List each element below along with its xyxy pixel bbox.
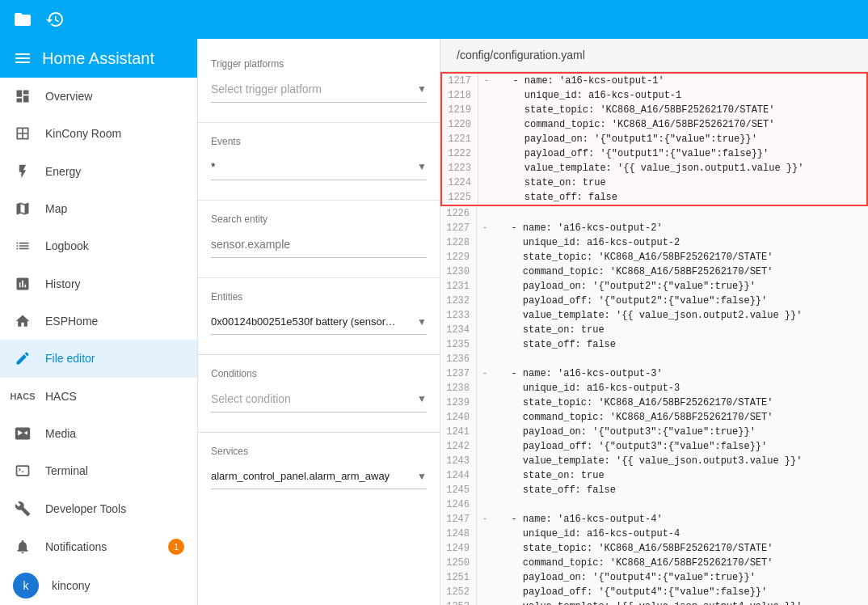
line-number: 1245 <box>440 483 477 497</box>
search-entity-input[interactable] <box>211 231 427 258</box>
line-number: 1238 <box>440 381 477 396</box>
sidebar-item-media[interactable]: Media <box>0 415 197 452</box>
code-line[interactable]: 1240 command_topic: 'KC868_A16/58BF25262… <box>440 410 868 425</box>
line-number: 1249 <box>440 541 477 556</box>
line-content: state_topic: 'KC868_A16/58BF25262170/STA… <box>493 250 773 264</box>
line-content: command_topic: 'KC868_A16/58BF25262170/S… <box>493 556 773 570</box>
sidebar-label-kincony: KinCony Room <box>45 127 121 140</box>
services-select[interactable]: alarm_control_panel.alarm_arm_away ▼ <box>211 463 427 489</box>
code-line[interactable]: 1252 payload_off: '{"output4":{"value":f… <box>440 585 868 599</box>
trigger-select-arrow: ▼ <box>417 83 427 95</box>
conditions-select-arrow: ▼ <box>417 393 427 404</box>
line-gutter <box>477 396 493 410</box>
code-line[interactable]: 1246 <box>440 497 868 512</box>
line-content: - name: 'a16-kcs-output-2' <box>493 221 663 235</box>
line-number: 1242 <box>440 439 477 454</box>
code-line[interactable]: 1237- - name: 'a16-kcs-output-3' <box>440 366 868 381</box>
code-line[interactable]: 1223 value_template: '{{ value_json.outp… <box>440 161 868 176</box>
sidebar-label-developer-tools: Developer Tools <box>45 502 126 515</box>
code-line[interactable]: 1230 command_topic: 'KC868_A16/58BF25262… <box>440 264 868 279</box>
code-header: /config/configuration.yaml <box>440 39 868 72</box>
line-content: state_on: true <box>495 176 606 190</box>
energy-icon <box>13 162 32 181</box>
trigger-label: Trigger platforms <box>211 58 427 70</box>
code-line[interactable]: 1219 state_topic: 'KC868_A16/58BF2526217… <box>440 103 868 117</box>
code-line[interactable]: 1233 value_template: '{{ value_json.outp… <box>440 308 868 323</box>
code-line[interactable]: 1229 state_topic: 'KC868_A16/58BF2526217… <box>440 250 868 264</box>
code-line[interactable]: 1235 state_off: false <box>440 337 868 352</box>
code-line[interactable]: 1239 state_topic: 'KC868_A16/58BF2526217… <box>440 396 868 410</box>
line-gutter: - <box>477 221 493 235</box>
line-number: 1222 <box>442 146 478 161</box>
sidebar-label-hacs: HACS <box>45 390 77 403</box>
code-line[interactable]: 1234 state_on: true <box>440 323 868 337</box>
sidebar-item-esphome[interactable]: ESPHome <box>0 302 197 340</box>
sidebar-item-logbook[interactable]: Logbook <box>0 227 197 264</box>
code-line[interactable]: 1242 payload_off: '{"output3":{"value":f… <box>440 439 868 454</box>
history-icon[interactable] <box>45 10 65 29</box>
line-gutter <box>477 294 493 308</box>
code-line[interactable]: 1253 value_template: '{{ value_json.outp… <box>440 599 868 605</box>
sidebar-label-logbook: Logbook <box>45 239 89 252</box>
divider-3 <box>198 277 440 278</box>
code-line[interactable]: 1228 unique_id: a16-kcs-output-2 <box>440 235 868 250</box>
sidebar-item-kincony-room[interactable]: KinCony Room <box>0 115 197 152</box>
code-line[interactable]: 1224 state_on: true <box>440 176 868 190</box>
code-line[interactable]: 1226 <box>440 206 868 221</box>
code-panel: /config/configuration.yaml 1217- - name:… <box>440 39 868 605</box>
line-number: 1253 <box>440 599 477 605</box>
code-line[interactable]: 1249 state_topic: 'KC868_A16/58BF2526217… <box>440 541 868 556</box>
line-number: 1252 <box>440 585 477 599</box>
code-line[interactable]: 1232 payload_off: '{"output2":{"value":f… <box>440 294 868 308</box>
line-number: 1241 <box>440 425 477 439</box>
code-line[interactable]: 1238 unique_id: a16-kcs-output-3 <box>440 381 868 396</box>
code-line[interactable]: 1250 command_topic: 'KC868_A16/58BF25262… <box>440 556 868 570</box>
line-gutter <box>477 250 493 264</box>
folder-icon[interactable] <box>13 10 32 29</box>
code-line[interactable]: 1244 state_on: true <box>440 468 868 483</box>
services-label: Services <box>211 446 427 457</box>
code-line[interactable]: 1222 payload_off: '{"output1":{"value":f… <box>440 146 868 161</box>
code-line[interactable]: 1231 payload_on: '{"output2":{"value":tr… <box>440 279 868 294</box>
line-gutter <box>477 468 493 483</box>
code-line[interactable]: 1218 unique_id: a16-kcs-output-1 <box>440 88 868 103</box>
line-content: state_off: false <box>495 190 617 205</box>
code-line[interactable]: 1251 payload_on: '{"output4":{"value":tr… <box>440 570 868 585</box>
entities-select[interactable]: 0x00124b00251e530f battery (sensor.0... … <box>211 309 427 335</box>
code-body[interactable]: 1217- - name: 'a16-kcs-output-1'1218 uni… <box>440 72 868 605</box>
code-line[interactable]: 1217- - name: 'a16-kcs-output-1' <box>440 72 868 88</box>
code-line[interactable]: 1221 payload_on: '{"output1":{"value":tr… <box>440 132 868 146</box>
line-content: value_template: '{{ value_json.output1.v… <box>495 161 803 176</box>
sidebar-item-history[interactable]: History <box>0 265 197 302</box>
code-line[interactable]: 1241 payload_on: '{"output3":{"value":tr… <box>440 425 868 439</box>
trigger-select[interactable]: Select trigger platform ▼ <box>211 76 427 103</box>
sidebar-item-user[interactable]: k kincony <box>0 566 197 605</box>
line-content: value_template: '{{ value_json.output4.v… <box>493 599 802 605</box>
entities-section: Entities 0x00124b00251e530f battery (sen… <box>211 291 427 335</box>
sidebar-label-file-editor: File editor <box>45 352 95 365</box>
code-line[interactable]: 1225 state_off: false <box>440 190 868 206</box>
notifications-icon <box>13 537 32 556</box>
sidebar-item-terminal[interactable]: Terminal <box>0 452 197 489</box>
line-content: value_template: '{{ value_json.output2.v… <box>493 308 802 323</box>
code-line[interactable]: 1247- - name: 'a16-kcs-output-4' <box>440 512 868 527</box>
events-select[interactable]: * ▼ <box>211 154 427 180</box>
code-line[interactable]: 1220 command_topic: 'KC868_A16/58BF25262… <box>440 117 868 132</box>
sidebar-item-notifications[interactable]: Notifications 1 <box>0 527 197 566</box>
code-line[interactable]: 1248 unique_id: a16-kcs-output-4 <box>440 527 868 541</box>
events-label: Events <box>211 136 427 147</box>
conditions-select[interactable]: Select condition ▼ <box>211 386 427 412</box>
code-line[interactable]: 1243 value_template: '{{ value_json.outp… <box>440 454 868 468</box>
avatar: k <box>13 573 39 599</box>
menu-icon[interactable] <box>13 49 32 69</box>
code-line[interactable]: 1245 state_off: false <box>440 483 868 497</box>
entities-label: Entities <box>211 291 427 302</box>
sidebar-item-overview[interactable]: Overview <box>0 78 197 115</box>
sidebar-item-file-editor[interactable]: File editor <box>0 340 197 377</box>
sidebar-item-energy[interactable]: Energy <box>0 153 197 190</box>
sidebar-item-map[interactable]: Map <box>0 190 197 227</box>
code-line[interactable]: 1236 <box>440 352 868 366</box>
sidebar-item-hacs[interactable]: HACS HACS <box>0 378 197 415</box>
code-line[interactable]: 1227- - name: 'a16-kcs-output-2' <box>440 221 868 235</box>
sidebar-item-developer-tools[interactable]: Developer Tools <box>0 490 197 527</box>
